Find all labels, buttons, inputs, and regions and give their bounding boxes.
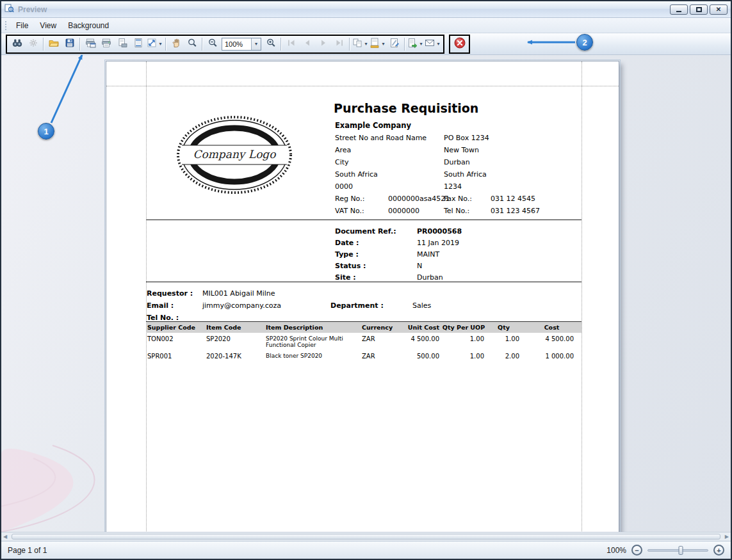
page-count-label: Page 1 of 1: [8, 546, 47, 555]
col-header-unit-cost: Unit Cost: [402, 324, 441, 331]
items-table: Supplier Code Item Code Item Description…: [146, 321, 582, 362]
scrollbar-thumb[interactable]: [12, 534, 720, 540]
cell-unit-cost: 4 500.00: [402, 335, 441, 342]
export-document-button[interactable]: ▾: [407, 36, 424, 52]
watermark-icon: [389, 37, 400, 51]
menu-background[interactable]: Background: [62, 19, 115, 32]
site-label: Site :: [335, 273, 356, 282]
zoom-out-button[interactable]: [204, 36, 220, 52]
first-page-icon: [286, 38, 297, 51]
scroll-right-arrow-icon[interactable]: ▶: [725, 534, 729, 540]
close-icon: ✕: [716, 6, 721, 13]
toolbar-separator: [165, 38, 166, 51]
toolbar-separator: [202, 38, 202, 51]
hand-tool-button[interactable]: [168, 36, 184, 52]
header-footer-button[interactable]: [130, 36, 146, 52]
zoom-cluster: 100% − +: [606, 545, 724, 556]
maximize-button[interactable]: [690, 4, 708, 15]
page-color-button[interactable]: ▾: [369, 36, 386, 52]
magnifier-icon: [186, 37, 198, 51]
last-page-button: [331, 36, 347, 52]
menu-view[interactable]: View: [34, 19, 62, 32]
site-value: Durban: [417, 273, 443, 282]
address-line: 1234: [444, 182, 462, 191]
print-button[interactable]: [82, 36, 98, 52]
toolbar-separator: [79, 38, 80, 51]
print-dialog-icon: [85, 37, 96, 51]
zoom-in-button[interactable]: [263, 36, 279, 52]
search-icon: [12, 37, 23, 51]
menu-file[interactable]: File: [10, 19, 34, 32]
chevron-down-icon[interactable]: ▾: [158, 41, 163, 47]
cell-cost: 4 500.00: [521, 335, 582, 342]
export-document-icon: [407, 37, 418, 51]
address-line: City: [335, 158, 349, 166]
report-title: Purchase Requisition: [334, 101, 478, 115]
zoom-slider-thumb[interactable]: [679, 546, 683, 555]
type-label: Type :: [335, 250, 359, 259]
margin-guide-top: [106, 86, 619, 86]
previous-page-button: [299, 36, 315, 52]
cell-supplier-code: SPR001: [146, 353, 205, 360]
magnifier-button[interactable]: [184, 36, 200, 52]
status-zoom-value: 100%: [606, 546, 626, 555]
zoom-in-circle-button[interactable]: +: [713, 545, 724, 556]
search-button[interactable]: [9, 36, 25, 52]
minimize-button[interactable]: [670, 4, 688, 15]
scale-icon: [146, 37, 158, 51]
doc-ref-label: Document Ref.:: [335, 227, 396, 236]
hand-icon: [170, 37, 182, 51]
watermark-button[interactable]: [386, 36, 402, 52]
address-line: Durban: [444, 158, 470, 166]
toolbar-separator: [281, 38, 281, 51]
cell-item-description: SP2020 Sprint Colour Multi Functional Co…: [264, 335, 361, 348]
open-folder-icon: [48, 37, 60, 51]
zoom-combobox[interactable]: 100% ▾: [222, 38, 261, 51]
company-name: Example Company: [335, 121, 411, 130]
chevron-down-icon[interactable]: ▾: [435, 41, 441, 47]
status-value: N: [417, 262, 422, 270]
zoom-slider[interactable]: [647, 549, 708, 552]
customize-button: [25, 36, 41, 52]
quick-print-button[interactable]: [98, 36, 114, 52]
col-header-qty: Qty: [485, 324, 521, 331]
cell-currency: ZAR: [361, 353, 402, 360]
document-area[interactable]: Company Logo Purchase Requisition Exampl…: [1, 55, 731, 532]
close-preview-icon: [453, 36, 466, 52]
chevron-down-icon[interactable]: ▾: [380, 41, 386, 47]
zoom-out-circle-button[interactable]: −: [631, 545, 642, 556]
close-button[interactable]: ✕: [710, 4, 728, 15]
cell-qty-per-uop: 1.00: [441, 335, 485, 342]
cell-currency: ZAR: [361, 335, 402, 342]
table-header-row: Supplier Code Item Code Item Description…: [146, 321, 582, 333]
customize-gear-icon: [28, 37, 39, 51]
address-line: 0000: [335, 182, 353, 191]
col-header-qty-per-uop: Qty Per UOP: [441, 324, 485, 331]
requestor-value: MIL001 Abigail Milne: [202, 289, 275, 298]
scale-button[interactable]: ▾: [146, 36, 163, 52]
department-value: Sales: [412, 301, 431, 310]
chevron-down-icon[interactable]: ▾: [363, 41, 369, 47]
save-button[interactable]: [61, 36, 77, 52]
fax-no-value: 031 12 4545: [491, 195, 535, 203]
scroll-left-arrow-icon[interactable]: ◀: [3, 534, 7, 540]
open-button[interactable]: [45, 36, 61, 52]
multiple-pages-button[interactable]: ▾: [352, 36, 369, 52]
page-setup-button[interactable]: [114, 36, 130, 52]
address-line: Area: [335, 146, 351, 154]
date-label: Date :: [335, 239, 359, 247]
horizontal-scrollbar[interactable]: ◀ ▶: [1, 532, 731, 541]
col-header-supplier-code: Supplier Code: [146, 324, 205, 331]
tel-no-label: Tel No.:: [444, 207, 469, 215]
minimize-icon: [676, 11, 681, 12]
email-label: Email :: [147, 301, 174, 310]
section-divider: [146, 282, 582, 282]
send-email-button[interactable]: ▾: [424, 36, 441, 52]
zoom-in-icon: [265, 37, 277, 51]
chevron-down-icon[interactable]: ▾: [418, 41, 424, 47]
status-label: Status :: [335, 262, 366, 270]
close-preview-button[interactable]: [451, 36, 468, 52]
page-setup-icon: [117, 37, 128, 51]
chevron-down-icon[interactable]: ▾: [251, 38, 261, 50]
reg-no-label: Reg No.:: [335, 195, 364, 203]
